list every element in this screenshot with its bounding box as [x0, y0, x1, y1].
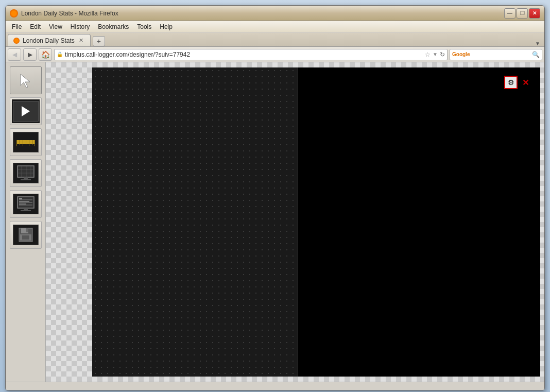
svg-rect-15 [24, 177, 28, 179]
search-brand-label: Google [452, 52, 470, 57]
svg-rect-25 [21, 210, 31, 211]
bookmark-star-icon[interactable]: ☆ [425, 51, 431, 58]
minimize-button[interactable]: — [504, 8, 515, 19]
svg-rect-30 [22, 235, 29, 240]
address-bar: ◀ ▶ 🏠 🔒 timplus.call-logger.com/designer… [6, 47, 544, 62]
status-bar [6, 382, 544, 390]
new-tab-button[interactable]: + [93, 36, 105, 46]
monitor-svg [16, 165, 35, 181]
menu-tools[interactable]: Tools [133, 22, 156, 31]
menu-bookmarks[interactable]: Bookmarks [94, 22, 133, 31]
cursor-icon [18, 72, 34, 89]
save-tool-button[interactable] [10, 221, 42, 249]
save-icon [13, 225, 39, 245]
search-icon[interactable]: 🔍 [532, 51, 540, 58]
ruler-icon [13, 132, 39, 152]
menu-view[interactable]: View [45, 22, 66, 31]
window-title: London Daily Stats - Mozilla Firefox [21, 10, 504, 17]
svg-rect-16 [21, 179, 31, 180]
svg-rect-7 [32, 140, 32, 145]
tab-overflow-button[interactable]: ▼ [535, 41, 540, 46]
tab-close-button[interactable]: ✕ [78, 37, 85, 44]
ruler-svg [16, 136, 35, 148]
menu-edit[interactable]: Edit [26, 22, 45, 31]
url-lock-icon: 🔒 [57, 52, 63, 57]
menu-history[interactable]: History [66, 22, 94, 31]
tab-label: London Daily Stats [23, 37, 75, 44]
restore-button[interactable]: ❐ [517, 8, 528, 19]
svg-rect-4 [23, 140, 23, 146]
settings-icon: ⚙ [508, 78, 514, 87]
browser-window: London Daily Stats - Mozilla Firefox — ❐… [5, 5, 545, 390]
svg-rect-21 [19, 198, 22, 199]
play-triangle-icon [22, 106, 30, 116]
video-tool-button[interactable] [10, 97, 42, 125]
floppy-disk-svg [18, 227, 33, 243]
settings-button[interactable]: ⚙ [504, 76, 518, 89]
list-monitor-svg [16, 196, 35, 212]
panel-controls: ⚙ ✕ [504, 76, 532, 89]
left-toolbar [6, 62, 46, 382]
tab-favicon [13, 38, 20, 44]
home-button[interactable]: 🏠 [39, 48, 52, 61]
browser-content: ⚙ ✕ [6, 62, 544, 382]
ruler-tool-button[interactable] [10, 128, 42, 156]
canvas-area: ⚙ ✕ [46, 62, 544, 382]
list-monitor-icon [13, 194, 39, 214]
active-tab[interactable]: London Daily Stats ✕ [8, 34, 91, 46]
list-tool-button[interactable] [10, 190, 42, 218]
url-bar[interactable]: 🔒 timplus.call-logger.com/designer/?suiv… [54, 49, 448, 60]
panel-close-button[interactable]: ✕ [519, 76, 532, 89]
refresh-button[interactable]: ↻ [440, 51, 445, 58]
svg-rect-5 [26, 140, 26, 145]
svg-rect-24 [24, 208, 28, 210]
svg-rect-23 [19, 203, 26, 204]
canvas-content: ⚙ ✕ [92, 67, 540, 377]
svg-rect-8 [35, 140, 35, 146]
svg-rect-6 [29, 140, 29, 146]
search-bar[interactable]: Google 🔍 [450, 49, 542, 60]
close-button[interactable]: ✕ [529, 8, 540, 19]
menu-file[interactable]: File [8, 22, 26, 31]
firefox-icon [10, 9, 18, 18]
title-bar-buttons: — ❐ ✕ [504, 8, 540, 19]
tab-bar: London Daily Stats ✕ + ▼ [6, 32, 544, 47]
back-button[interactable]: ◀ [8, 48, 21, 61]
svg-rect-2 [16, 140, 17, 146]
close-x-icon: ✕ [522, 78, 529, 88]
url-text: timplus.call-logger.com/designer/?suiv=7… [65, 51, 423, 58]
svg-rect-22 [19, 201, 29, 202]
left-canvas-panel [92, 67, 298, 377]
svg-rect-9 [18, 166, 34, 177]
svg-rect-28 [26, 228, 28, 232]
tab-bar-right: ▼ [105, 41, 542, 46]
title-bar: London Daily Stats - Mozilla Firefox — ❐… [6, 6, 544, 21]
svg-marker-0 [21, 74, 30, 88]
feed-icon[interactable]: ▼ [433, 52, 438, 57]
menu-bar: File Edit View History Bookmarks Tools H… [6, 21, 544, 32]
grid-tool-button[interactable] [10, 159, 42, 187]
play-icon [12, 99, 40, 123]
right-canvas-panel: ⚙ ✕ [298, 67, 540, 377]
svg-rect-3 [20, 140, 20, 145]
forward-button[interactable]: ▶ [23, 48, 37, 61]
cursor-tool-button[interactable] [10, 66, 42, 94]
grid-monitor-icon [13, 163, 39, 183]
menu-help[interactable]: Help [156, 22, 177, 31]
